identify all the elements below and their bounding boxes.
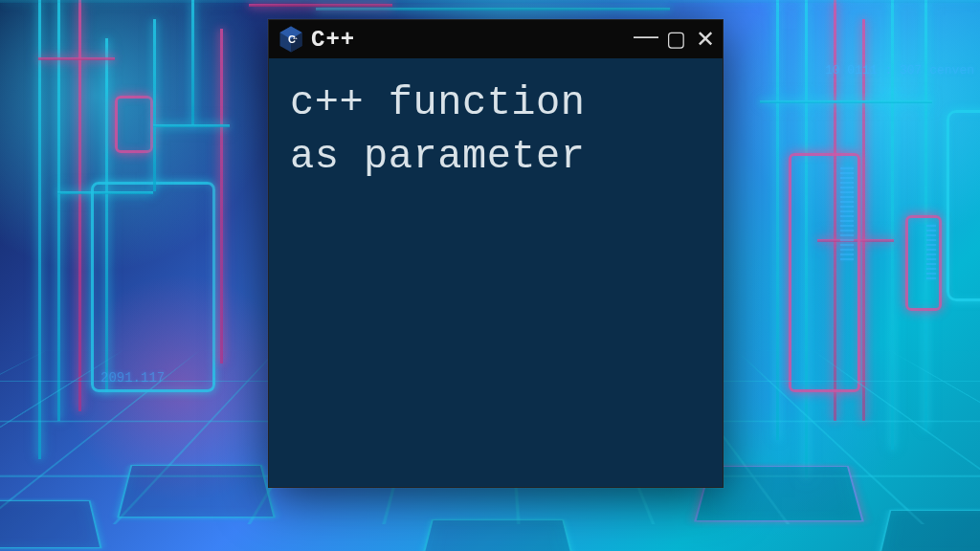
console-window: C ++ C++ — ▢ ✕ c++ function as parameter: [268, 19, 724, 488]
console-content-text: c++ function as parameter: [290, 77, 702, 185]
titlebar[interactable]: C ++ C++ — ▢ ✕: [269, 20, 723, 58]
minimize-button[interactable]: —: [634, 23, 657, 48]
maximize-button[interactable]: ▢: [666, 29, 686, 50]
cpp-hexagon-icon: C ++: [278, 26, 303, 53]
decorative-bg-text: 10 0111 : 307 cenven: [825, 63, 974, 77]
console-body: c++ function as parameter: [269, 58, 723, 487]
svg-text:++: ++: [293, 35, 298, 40]
decorative-ticks: [926, 225, 936, 279]
floor-tile: [117, 465, 276, 518]
floor-tile: [878, 510, 980, 551]
window-title: C++: [311, 27, 626, 53]
decorative-ticks: [840, 167, 854, 260]
close-button[interactable]: ✕: [696, 28, 715, 51]
window-controls: — ▢ ✕: [634, 27, 715, 52]
floor-tile: [419, 519, 576, 551]
floor-tile: [0, 500, 102, 548]
